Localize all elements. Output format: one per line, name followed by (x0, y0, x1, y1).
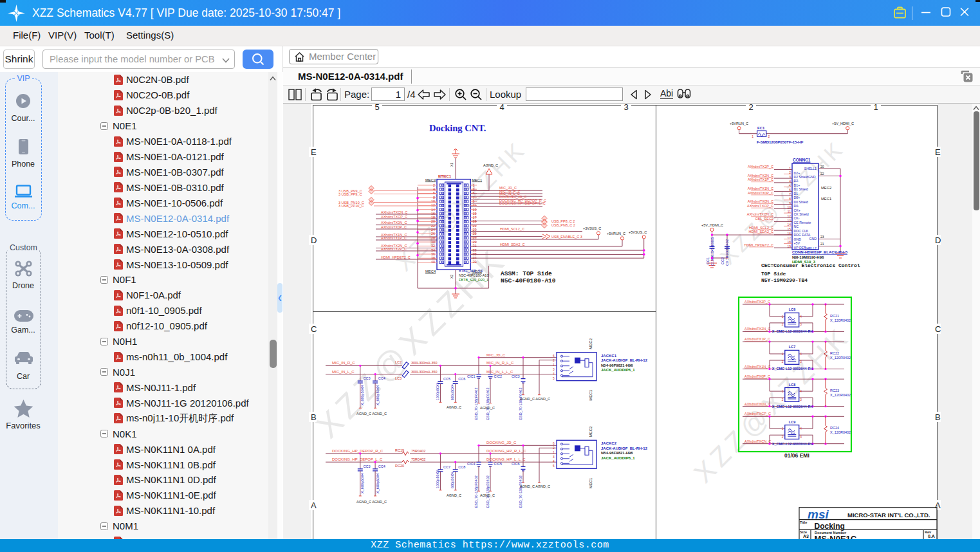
svg-text:AGND_C: AGND_C (480, 406, 495, 410)
svg-text:MEC4: MEC4 (425, 270, 436, 273)
svg-text:+5V_HDMI_C: +5V_HDMI_C (701, 223, 723, 227)
svg-text:1: 1 (752, 134, 753, 138)
svg-text:4: 4 (800, 427, 802, 430)
svg-text:GND: GND (809, 237, 817, 241)
svg-text:4: 4 (553, 373, 555, 376)
svg-text:DDC DATA: DDC DATA (794, 233, 811, 237)
svg-text:X_CMC-L12-9003044-RH: X_CMC-L12-9003044-RH (772, 405, 813, 409)
svg-text:N5C-40F0180-A10: N5C-40F0180-A10 (501, 277, 556, 284)
svg-text:X_120R0402: X_120R0402 (830, 318, 851, 322)
svg-text:CC4: CC4 (378, 465, 385, 468)
svg-text:CC2: CC2 (721, 257, 725, 264)
svg-text:2: 2 (433, 183, 435, 187)
svg-text:MEC1: MEC1 (472, 178, 482, 182)
svg-text:4: 4 (553, 460, 555, 463)
svg-text:JACK-AUDIOF_BL-RH-12: JACK-AUDIOF_BL-RH-12 (601, 358, 648, 362)
svg-text:75R0402: 75R0402 (411, 449, 425, 453)
svg-text:FC1: FC1 (757, 126, 765, 130)
svg-text:4: 4 (800, 390, 802, 393)
svg-text:JACKC1: JACKC1 (601, 354, 617, 358)
svg-text:24: 24 (431, 228, 435, 232)
svg-text:8: 8 (433, 196, 435, 199)
svg-text:CC7: CC7 (443, 465, 450, 469)
svg-text:26: 26 (431, 232, 435, 235)
svg-text:D1 Shield: D1 Shield (794, 187, 809, 191)
svg-text:MEC1: MEC1 (821, 197, 831, 201)
svg-text:CIC4: CIC4 (467, 462, 476, 466)
svg-text:2: 2 (782, 436, 784, 439)
svg-text:2: 2 (782, 398, 784, 401)
svg-text:1: 1 (782, 390, 784, 393)
svg-text:AXhdmiTX2P_C: AXhdmiTX2P_C (381, 247, 407, 251)
svg-text:N5C-40P0180-A10: N5C-40P0180-A10 (459, 273, 488, 277)
svg-text:AXhdmiTX1N_C: AXhdmiTX1N_C (744, 365, 770, 369)
svg-text:36: 36 (431, 252, 435, 256)
svg-text:HDMI_SDA2_C: HDMI_SDA2_C (748, 230, 773, 234)
svg-text:D1+: D1+ (794, 183, 800, 187)
svg-text:MEC2: MEC2 (589, 338, 593, 349)
svg-text:CC5: CC5 (443, 377, 450, 381)
svg-text:X_120R0402: X_120R0402 (830, 430, 851, 434)
svg-text:CK Shield: CK Shield (794, 212, 809, 216)
svg-text:X_680p50X4: X_680p50X4 (360, 473, 364, 493)
svg-text:300L300mA-350: 300L300mA-350 (411, 361, 438, 365)
svg-text:X_680p50X4: X_680p50X4 (376, 473, 380, 493)
svg-text:19: 19 (473, 219, 477, 223)
svg-text:31: 31 (473, 244, 477, 248)
svg-text:RC24: RC24 (830, 426, 839, 430)
svg-text:AGND_C: AGND_C (480, 493, 495, 497)
svg-text:CIC1: CIC1 (467, 374, 476, 378)
svg-text:6: 6 (553, 354, 555, 358)
svg-text:5: 5 (553, 465, 555, 468)
svg-text:DOCKING_HP_L_L_C: DOCKING_HP_L_L_C (486, 457, 526, 461)
svg-text:RC20: RC20 (395, 464, 404, 468)
svg-text:HDMI_HPDET2_C: HDMI_HPDET2_C (744, 243, 773, 247)
svg-text:AGND_C AGND_C: AGND_C AGND_C (356, 500, 387, 504)
svg-text:2: 2 (768, 134, 770, 138)
svg-text:MIC_IN_R_L_C: MIC_IN_R_L_C (486, 361, 514, 365)
svg-text:D0+: D0+ (794, 196, 800, 199)
svg-text:msi: msi (808, 508, 829, 521)
svg-text:HDMI_SCL2_C: HDMI_SCL2_C (749, 226, 773, 230)
svg-text:35: 35 (473, 252, 477, 256)
svg-text:JACK_AUDDIP6_1: JACK_AUDDIP6_1 (601, 368, 635, 372)
svg-text:3: 3 (800, 323, 802, 326)
svg-text:75R0402: 75R0402 (411, 457, 425, 461)
svg-text:3: 3 (553, 368, 555, 371)
svg-text:5: 5 (374, 104, 379, 112)
svg-text:E: E (311, 147, 317, 157)
svg-text:MEC2: MEC2 (589, 426, 593, 437)
svg-text:C10U6.3X5R0805: C10U6.3X5R0805 (710, 237, 714, 266)
svg-text:B: B (935, 412, 941, 422)
svg-text:DOCKING_HP_DEPOP_L_C: DOCKING_HP_DEPOP_L_C (499, 201, 546, 205)
svg-text:32: 32 (431, 244, 435, 248)
svg-text:+5VRUN_C: +5VRUN_C (607, 232, 625, 235)
svg-text:30: 30 (431, 240, 435, 244)
svg-text:AXhdmiTX1P_C: AXhdmiTX1P_C (748, 178, 773, 181)
svg-text:X_680p50X4: X_680p50X4 (360, 385, 364, 405)
svg-text:D0 Shield: D0 Shield (794, 200, 809, 204)
svg-text:4: 4 (800, 315, 802, 318)
svg-text:BTBC1: BTBC1 (438, 174, 452, 178)
svg-text:X1: X1 (450, 163, 454, 167)
svg-text:F-SMD1206P050TF-15-HF: F-SMD1206P050TF-15-HF (757, 140, 804, 144)
svg-text:3: 3 (624, 104, 628, 112)
svg-text:CC6: CC6 (458, 377, 465, 381)
svg-text:CK+: CK+ (794, 208, 800, 212)
svg-text:CEC=Consumer Electronics Contr: CEC=Consumer Electronics Control (761, 262, 860, 268)
svg-text:X_CMC-L12-9003044-RH: X_CMC-L12-9003044-RH (772, 367, 813, 371)
svg-text:MEC1: MEC1 (589, 477, 593, 488)
svg-text:MEC1: MEC1 (589, 389, 593, 400)
svg-text:CE Remote: CE Remote (794, 221, 811, 225)
svg-text:1: 1 (553, 451, 555, 454)
svg-text:4: 4 (800, 353, 802, 356)
svg-text:20: 20 (820, 165, 824, 169)
svg-text:LC3: LC3 (395, 376, 402, 380)
svg-text:22: 22 (820, 172, 824, 176)
svg-text:3: 3 (800, 436, 802, 439)
svg-text:D1-: D1- (794, 192, 800, 196)
svg-text:D0-: D0- (794, 204, 800, 208)
svg-text:AGND_C AGND_C: AGND_C AGND_C (356, 412, 387, 416)
svg-text:6: 6 (433, 191, 435, 195)
svg-text:N9I-19M0190-H96: N9I-19M0190-H96 (792, 255, 824, 259)
